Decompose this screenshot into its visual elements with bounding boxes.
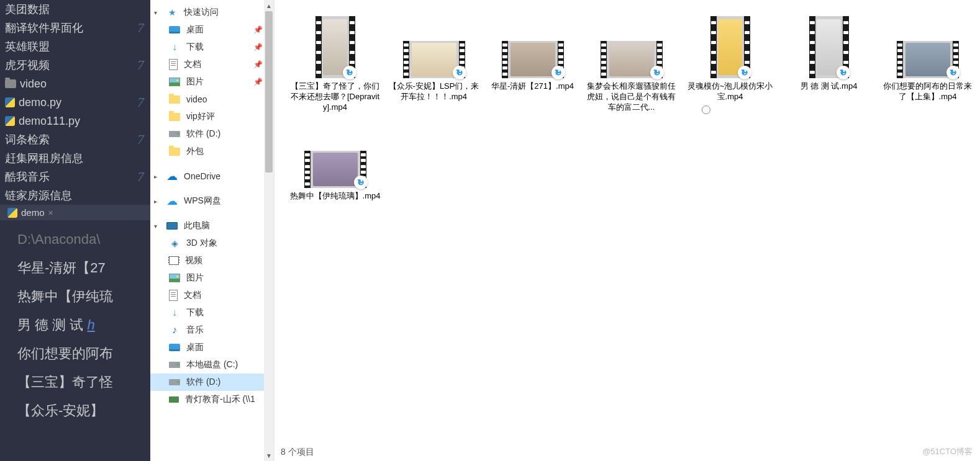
scroll-down-icon[interactable]: ▼ (264, 450, 274, 461)
nav-item[interactable]: 图片📌 (150, 73, 266, 91)
ide-tree-item[interactable]: 酷我音乐7 (0, 168, 150, 186)
3d-icon (169, 238, 180, 249)
ide-tree-label: 赶集网租房信息 (5, 151, 83, 166)
drive-icon (169, 379, 180, 385)
nav-wps[interactable]: ▸ WPS网盘 (150, 192, 266, 210)
nav-item-label: 音乐 (186, 324, 204, 336)
chevron-right-icon: ▸ (154, 173, 160, 180)
ide-tree-item[interactable]: video (0, 74, 150, 93)
file-name: 你们想要的阿布的日常来了【上集】.mp4 (882, 81, 973, 102)
drive-icon (169, 362, 180, 368)
file-item[interactable]: 华星-清妍【271】.mp4 (484, 6, 581, 116)
editor-tab[interactable]: demo × (0, 205, 150, 220)
close-icon[interactable]: × (48, 208, 53, 218)
nav-onedrive[interactable]: ▸ OneDrive (150, 168, 266, 185)
nav-label: 此电脑 (184, 220, 210, 231)
sync-badge-icon (738, 66, 751, 79)
ide-tree-item[interactable]: 赶集网租房信息 (0, 149, 150, 168)
ide-tree-item[interactable]: 英雄联盟 (0, 37, 150, 56)
chevron-right-icon: ▸ (154, 198, 160, 205)
file-name: 热舞中【伊纯琉璃】.mp4 (290, 190, 381, 201)
cloud-icon (166, 171, 178, 182)
console-line: D:\Anaconda\ (17, 225, 150, 254)
ide-tree-item[interactable]: 虎牙视频7 (0, 56, 150, 74)
nav-item-label: 桌面 (186, 342, 204, 353)
file-name: 男 德 测 试.mp4 (801, 81, 858, 91)
ide-tree-label: demo111.py (19, 115, 80, 128)
file-item[interactable]: 【众乐-安妮】LSP们，来开车拉！！！.mp4 (386, 6, 482, 116)
nav-item-label: 文档 (184, 59, 201, 70)
ide-tree-item[interactable]: 美团数据 (0, 0, 150, 19)
nav-item-label: 图片 (186, 76, 204, 87)
ide-tree-item[interactable]: 词条检索7 (0, 130, 150, 149)
ide-tree-item[interactable]: 翻译软件界面化7 (0, 19, 150, 37)
video-icon (169, 256, 179, 265)
nav-item-label: 软件 (D:) (186, 128, 220, 140)
status-text: 8 个项目 (281, 447, 314, 457)
file-item[interactable]: 男 德 测 试.mp4 (781, 6, 877, 116)
nav-scrollbar[interactable]: ▲ ▼ (264, 0, 274, 461)
nav-item[interactable]: 外包 (150, 143, 266, 160)
music-icon (169, 324, 180, 336)
nav-item[interactable]: 本地磁盘 (C:) (150, 356, 266, 374)
nav-item[interactable]: 下载📌 (150, 38, 266, 56)
nav-item[interactable]: 软件 (D:) (150, 125, 266, 143)
ide-tree-label: 链家房源信息 (5, 188, 72, 203)
ide-tree-item[interactable]: 链家房源信息 (0, 186, 150, 205)
ide-tree-label: 英雄联盟 (5, 39, 50, 54)
nav-item[interactable]: 3D 对象 (150, 235, 266, 252)
folder-icon (169, 148, 180, 156)
nav-item[interactable]: 青灯教育-山禾 (\\1 (150, 391, 266, 408)
sync-badge-icon (551, 66, 565, 79)
nav-item[interactable]: 视频 (150, 252, 266, 269)
file-item[interactable]: 你们想要的阿布的日常来了【上集】.mp4 (879, 6, 976, 116)
pin-icon: 📌 (253, 25, 263, 34)
nav-item[interactable]: 桌面📌 (150, 21, 266, 38)
console-line: 【三宝】奇了怪 (17, 368, 150, 396)
nav-item-label: 本地磁盘 (C:) (186, 359, 238, 370)
nav-item-label: 下载 (186, 42, 204, 53)
scrollbar-thumb[interactable] (265, 11, 273, 172)
nav-item[interactable]: 文档 (150, 287, 266, 304)
pic-icon (169, 78, 180, 86)
python-icon (7, 208, 17, 218)
ide-tree-label: demo.py (19, 96, 61, 109)
nav-item[interactable]: video (150, 91, 266, 108)
file-grid[interactable]: 【三宝】奇了怪了，你们不来还想去哪？[Depravity].mp4【众乐-安妮】… (274, 0, 980, 444)
nav-item-label: 桌面 (186, 24, 204, 35)
nav-item[interactable]: 图片 (150, 269, 266, 287)
python-icon (5, 97, 15, 107)
file-item[interactable]: 热舞中【伊纯琉璃】.mp4 (287, 116, 383, 205)
download-icon (169, 307, 180, 318)
nav-item[interactable]: 文档📌 (150, 56, 266, 73)
nav-item[interactable]: 下载 (150, 304, 266, 321)
pin-icon: 📌 (253, 43, 263, 51)
nav-label: 快速访问 (184, 7, 219, 18)
nav-item[interactable]: 音乐 (150, 321, 266, 339)
console-line: 男 德 测 试 h (17, 311, 150, 339)
nav-item[interactable]: 桌面 (150, 339, 266, 356)
ide-tree-item[interactable]: demo111.py (0, 112, 150, 130)
folder-icon (5, 79, 16, 88)
nav-item[interactable]: 软件 (D:) (150, 374, 266, 391)
ide-tree-item[interactable]: demo.py7 (0, 93, 150, 112)
sync-badge-icon (453, 66, 466, 79)
ide-tree-label: 美团数据 (5, 2, 50, 17)
nav-item[interactable]: vip好评 (150, 108, 266, 125)
folder-icon (169, 113, 180, 121)
file-name: 【众乐-安妮】LSP们，来开车拉！！！.mp4 (388, 81, 479, 102)
console-line: 华星-清妍【27 (17, 254, 150, 282)
nav-quick-access[interactable]: ▾ 快速访问 (150, 4, 266, 21)
file-item[interactable]: 灵魂模仿~泡儿模仿宋小宝.mp4 (682, 6, 778, 116)
star-icon (166, 7, 178, 18)
ide-tree-count: 7 (137, 169, 144, 185)
file-item[interactable]: 集梦会长相亲遛骚骏前任虎妞，说自己是个有钱有车的富二代... (583, 6, 679, 116)
scroll-up-icon[interactable]: ▲ (264, 0, 274, 11)
sync-badge-icon (650, 66, 664, 79)
cloud-icon (166, 195, 178, 207)
file-item[interactable]: 【三宝】奇了怪了，你们不来还想去哪？[Depravity].mp4 (287, 6, 383, 116)
sync-badge-icon (343, 66, 356, 79)
console-line: 你们想要的阿布 (17, 339, 150, 368)
doc-icon (169, 290, 178, 301)
nav-this-pc[interactable]: ▾ 此电脑 (150, 217, 266, 235)
